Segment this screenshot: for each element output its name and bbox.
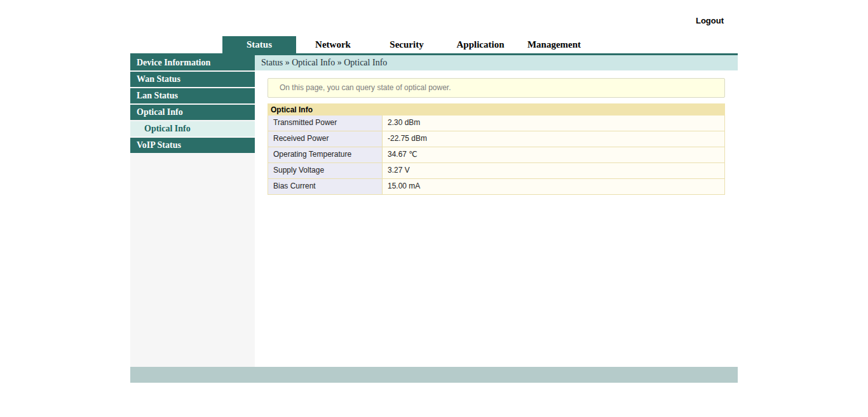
sidebar-item-wan-status[interactable]: Wan Status — [130, 72, 255, 87]
table-row: Operating Temperature 34.67 ℃ — [268, 147, 725, 163]
row-value: 2.30 dBm — [383, 116, 724, 131]
tab-network[interactable]: Network — [296, 36, 370, 53]
page-note: On this page, you can query state of opt… — [268, 78, 725, 98]
table-row: Supply Voltage 3.27 V — [268, 163, 725, 179]
logout-link[interactable]: Logout — [696, 16, 724, 25]
table-row: Transmitted Power 2.30 dBm — [268, 116, 725, 131]
sidebar-item-voip-status[interactable]: VoIP Status — [130, 138, 255, 153]
row-label: Transmitted Power — [268, 116, 383, 131]
tab-application[interactable]: Application — [444, 36, 517, 53]
optical-info-table: Optical Info Transmitted Power 2.30 dBm … — [268, 103, 725, 195]
row-label: Bias Current — [268, 179, 383, 194]
main-content: Status » Optical Info » Optical Info On … — [255, 55, 738, 195]
tab-status[interactable]: Status — [222, 36, 296, 53]
row-label: Received Power — [268, 131, 383, 147]
breadcrumb: Status » Optical Info » Optical Info — [255, 55, 738, 70]
row-value: 34.67 ℃ — [383, 147, 724, 162]
footer-bar — [130, 367, 738, 383]
row-label: Operating Temperature — [268, 147, 383, 162]
tab-security[interactable]: Security — [370, 36, 444, 53]
row-value: 3.27 V — [383, 163, 724, 178]
page: Logout Status Network Security Applicati… — [0, 0, 868, 417]
sidebar: Device Information Wan Status Lan Status… — [130, 55, 255, 367]
table-row: Received Power -22.75 dBm — [268, 131, 725, 147]
table-row: Bias Current 15.00 mA — [268, 179, 725, 195]
row-value: -22.75 dBm — [383, 131, 724, 147]
nav-tabs: Status Network Security Application Mana… — [130, 36, 738, 53]
table-title: Optical Info — [268, 103, 725, 116]
sidebar-subitem-optical-info[interactable]: Optical Info — [130, 121, 255, 136]
sidebar-item-device-information[interactable]: Device Information — [130, 55, 255, 70]
tab-management[interactable]: Management — [517, 36, 591, 53]
sidebar-item-lan-status[interactable]: Lan Status — [130, 88, 255, 103]
sidebar-item-optical-info[interactable]: Optical Info — [130, 105, 255, 120]
row-value: 15.00 mA — [383, 179, 724, 194]
row-label: Supply Voltage — [268, 163, 383, 178]
